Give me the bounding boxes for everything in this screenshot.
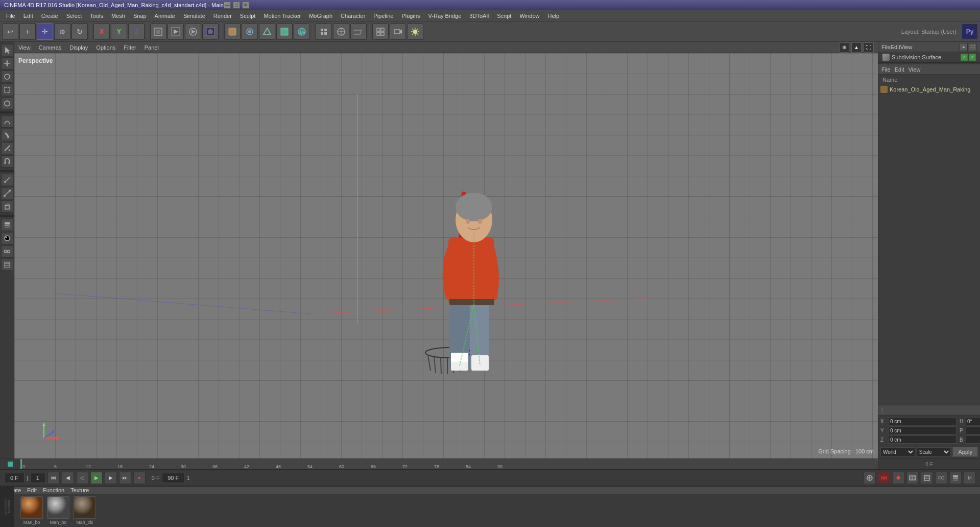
menu-motion-tracker[interactable]: Motion Tracker — [259, 12, 305, 20]
btn-f-curve[interactable]: FC — [935, 472, 947, 484]
vp-menu-cameras[interactable]: Cameras — [39, 44, 62, 51]
obj-mgr-bottom-view[interactable]: View — [909, 66, 921, 73]
btn-timeline[interactable] — [921, 472, 933, 484]
tree-item-model[interactable]: Korean_Old_Aged_Man_Raking — [878, 85, 980, 94]
render-active-btn[interactable] — [168, 24, 184, 40]
minimize-button[interactable]: — — [224, 2, 231, 9]
rotate-tool-button[interactable]: ↻ — [71, 24, 88, 40]
obj-mgr-bottom-edit[interactable]: Edit — [895, 66, 904, 73]
transform-mode-dropdown[interactable]: Scale — [917, 447, 951, 456]
menu-tools[interactable]: Tools — [86, 12, 107, 20]
camera-btn[interactable] — [390, 24, 406, 40]
menu-select[interactable]: Select — [62, 12, 86, 20]
render-preview-btn[interactable] — [185, 24, 201, 40]
object-mode-btn[interactable] — [224, 24, 241, 40]
interactive-render-btn[interactable] — [202, 24, 219, 40]
btn-key-all[interactable] — [864, 472, 876, 484]
btn-motion-clip[interactable] — [906, 472, 919, 484]
menu-pipeline[interactable]: Pipeline — [369, 12, 397, 20]
point-mode-btn[interactable] — [242, 24, 258, 40]
menu-simulate[interactable]: Simulate — [179, 12, 209, 20]
menu-vray[interactable]: V-Ray Bridge — [424, 12, 466, 20]
vp-menu-filter[interactable]: Filter — [124, 44, 136, 51]
edge-mode-btn[interactable] — [259, 24, 275, 40]
btn-play[interactable]: ▶ — [90, 472, 103, 484]
measure-btn[interactable] — [1, 174, 13, 186]
btn-next-frame[interactable]: ▶ — [105, 472, 117, 484]
menu-create[interactable]: Create — [37, 12, 62, 20]
close-button[interactable]: ✕ — [242, 2, 249, 9]
x-pos-input[interactable] — [889, 417, 957, 425]
spline-tool-btn[interactable] — [1, 116, 13, 128]
btn-record-param[interactable]: ⏺ — [892, 472, 904, 484]
btn-morph[interactable]: M — [964, 472, 976, 484]
z-pos-input[interactable] — [889, 436, 957, 444]
timeline-position-marker[interactable] — [20, 459, 22, 469]
new-object-button[interactable]: + — [19, 24, 36, 40]
y-pos-input[interactable] — [889, 426, 957, 434]
current-frame-input[interactable] — [4, 473, 25, 483]
playback-end-input[interactable] — [162, 473, 185, 483]
material-swatch-2[interactable]: Man_bo — [47, 496, 69, 525]
btn-autokey[interactable]: AK — [878, 472, 890, 484]
move-tool-button[interactable]: ✛ — [37, 24, 53, 40]
render-region-btn[interactable] — [150, 24, 166, 40]
apply-button[interactable]: Apply — [952, 447, 978, 457]
subdivision-surface-item[interactable]: Subdivision Surface ✓ ✓ — [878, 52, 980, 62]
menu-snap[interactable]: Snap — [129, 12, 151, 20]
vp-menu-view[interactable]: View — [18, 44, 31, 51]
rect-select-btn[interactable] — [1, 84, 13, 96]
menu-script[interactable]: Script — [493, 12, 515, 20]
live-selection-btn[interactable] — [1, 71, 13, 83]
snap-btn[interactable] — [316, 24, 332, 40]
python-icon-btn[interactable]: Py — [962, 24, 978, 40]
select-tool-btn[interactable] — [1, 44, 13, 56]
poly-select-btn[interactable] — [1, 97, 13, 109]
obj-mgr-expand[interactable]: ⛶ — [969, 43, 977, 51]
obj-mgr-edit[interactable]: Edit — [891, 44, 900, 50]
object-manager-btn[interactable] — [1, 259, 13, 271]
viewport-3d[interactable]: Perspective — [14, 53, 878, 459]
timeline-ruler[interactable]: 0 6 12 18 24 30 36 42 48 54 60 66 72 78 … — [20, 459, 878, 469]
move-tool-btn-left[interactable] — [1, 57, 13, 70]
magnet-btn[interactable] — [1, 155, 13, 168]
layer-btn[interactable] — [1, 219, 13, 231]
xpresso-btn[interactable] — [1, 245, 13, 258]
scale-tool-button[interactable]: ⊕ — [54, 24, 70, 40]
obj-mgr-minimize[interactable]: ▲ — [960, 43, 968, 51]
maximize-button[interactable]: □ — [233, 2, 240, 9]
light-btn[interactable] — [407, 24, 423, 40]
obj-mgr-file[interactable]: File — [881, 44, 891, 50]
b-rot-input[interactable] — [966, 436, 980, 444]
vp-up-icon[interactable]: ▲ — [851, 42, 862, 53]
x-axis-btn[interactable]: X — [93, 24, 110, 40]
p-rot-input[interactable] — [966, 426, 980, 434]
shader-btn[interactable] — [1, 232, 13, 244]
btn-record[interactable]: ● — [133, 472, 146, 484]
btn-goto-end[interactable]: ⏭ — [119, 472, 131, 484]
obj-mgr-view[interactable]: View — [900, 44, 913, 50]
menu-edit[interactable]: Edit — [19, 12, 37, 20]
mat-function-menu[interactable]: Function — [43, 487, 64, 493]
obj-mgr-bottom-file[interactable]: File — [881, 66, 891, 73]
mat-edit-menu[interactable]: Edit — [27, 487, 37, 493]
vp-menu-panel[interactable]: Panel — [145, 44, 159, 51]
extrude-btn[interactable] — [1, 200, 13, 213]
subdiv-check-editor[interactable]: ✓ — [961, 54, 968, 61]
menu-mograph[interactable]: MoGraph — [305, 12, 337, 20]
vp-fullscreen-icon[interactable]: ⛶ — [864, 42, 874, 53]
menu-mesh[interactable]: Mesh — [107, 12, 129, 20]
z-axis-btn[interactable]: Z — [128, 24, 145, 40]
undo-button[interactable]: ↩ — [2, 24, 18, 40]
uvw-mode-btn[interactable]: UV — [294, 24, 310, 40]
brush-tool-btn[interactable] — [1, 129, 13, 141]
knife-tool-btn[interactable] — [1, 142, 13, 154]
quantize-btn[interactable] — [333, 24, 349, 40]
menu-file[interactable]: File — [2, 12, 19, 20]
menu-3dtoall[interactable]: 3DToAll — [465, 12, 493, 20]
pen-tool-btn[interactable] — [1, 187, 13, 199]
vp-expand-icon[interactable]: ⊕ — [839, 42, 849, 53]
material-swatch-1[interactable]: Man_bo — [20, 496, 43, 525]
menu-character[interactable]: Character — [337, 12, 369, 20]
menu-render[interactable]: Render — [209, 12, 236, 20]
